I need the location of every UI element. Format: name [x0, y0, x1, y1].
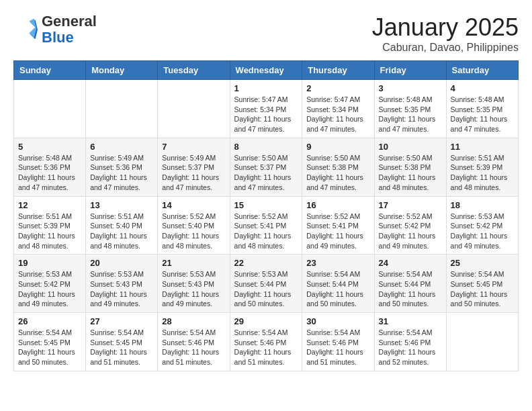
month-title: January 2025: [372, 13, 519, 42]
day-number: 26: [18, 316, 81, 326]
logo-general: General: [42, 13, 97, 30]
calendar-cell: 3Sunrise: 5:48 AM Sunset: 5:35 PM Daylig…: [374, 80, 446, 138]
day-number: 11: [451, 142, 514, 152]
day-number: 17: [379, 200, 442, 210]
day-number: 1: [234, 83, 298, 93]
calendar-cell: 27Sunrise: 5:54 AM Sunset: 5:45 PM Dayli…: [86, 313, 158, 371]
calendar-cell: 14Sunrise: 5:52 AM Sunset: 5:40 PM Dayli…: [158, 196, 230, 255]
logo-blue: Blue: [42, 29, 74, 46]
day-info: Sunrise: 5:52 AM Sunset: 5:41 PM Dayligh…: [234, 212, 298, 251]
calendar-week-1: 1Sunrise: 5:47 AM Sunset: 5:34 PM Daylig…: [14, 80, 519, 138]
calendar-cell: 12Sunrise: 5:51 AM Sunset: 5:39 PM Dayli…: [14, 196, 86, 255]
day-info: Sunrise: 5:48 AM Sunset: 5:36 PM Dayligh…: [18, 153, 81, 193]
day-number: 18: [451, 200, 514, 210]
calendar-cell: 26Sunrise: 5:54 AM Sunset: 5:45 PM Dayli…: [14, 313, 86, 371]
day-number: 16: [306, 200, 369, 210]
day-info: Sunrise: 5:53 AM Sunset: 5:43 PM Dayligh…: [162, 269, 225, 309]
calendar-cell: 21Sunrise: 5:53 AM Sunset: 5:43 PM Dayli…: [158, 255, 230, 313]
day-number: 15: [234, 200, 298, 210]
day-info: Sunrise: 5:54 AM Sunset: 5:45 PM Dayligh…: [18, 328, 81, 367]
calendar-cell: 28Sunrise: 5:54 AM Sunset: 5:46 PM Dayli…: [158, 313, 230, 371]
logo: General Blue: [13, 13, 97, 46]
day-info: Sunrise: 5:54 AM Sunset: 5:46 PM Dayligh…: [234, 328, 298, 367]
calendar-cell: 24Sunrise: 5:54 AM Sunset: 5:44 PM Dayli…: [374, 255, 446, 313]
calendar-cell: 23Sunrise: 5:54 AM Sunset: 5:44 PM Dayli…: [302, 255, 374, 313]
day-info: Sunrise: 5:52 AM Sunset: 5:40 PM Dayligh…: [162, 212, 225, 251]
day-number: 25: [451, 258, 514, 268]
calendar-cell: 25Sunrise: 5:54 AM Sunset: 5:45 PM Dayli…: [446, 255, 518, 313]
weekday-header-saturday: Saturday: [446, 61, 518, 80]
day-number: 28: [162, 316, 225, 326]
weekday-header-sunday: Sunday: [14, 61, 86, 80]
calendar-cell: 10Sunrise: 5:50 AM Sunset: 5:38 PM Dayli…: [374, 138, 446, 196]
day-info: Sunrise: 5:54 AM Sunset: 5:45 PM Dayligh…: [451, 269, 514, 309]
calendar-cell: 6Sunrise: 5:49 AM Sunset: 5:36 PM Daylig…: [86, 138, 158, 196]
day-number: 20: [90, 258, 153, 268]
day-number: 24: [379, 258, 442, 268]
calendar-cell: [14, 80, 86, 138]
logo-text: General Blue: [42, 13, 97, 46]
day-info: Sunrise: 5:53 AM Sunset: 5:42 PM Dayligh…: [451, 212, 514, 251]
calendar-cell: [158, 80, 230, 138]
day-info: Sunrise: 5:49 AM Sunset: 5:37 PM Dayligh…: [162, 153, 225, 193]
day-number: 4: [451, 83, 514, 93]
day-number: 14: [162, 200, 225, 210]
day-number: 31: [379, 316, 442, 326]
day-number: 9: [306, 142, 369, 152]
title-block: January 2025 Caburan, Davao, Philippines: [372, 13, 519, 54]
calendar-cell: 29Sunrise: 5:54 AM Sunset: 5:46 PM Dayli…: [230, 313, 302, 371]
day-info: Sunrise: 5:47 AM Sunset: 5:34 PM Dayligh…: [306, 95, 369, 134]
weekday-header-row: SundayMondayTuesdayWednesdayThursdayFrid…: [14, 61, 519, 80]
calendar-table: SundayMondayTuesdayWednesdayThursdayFrid…: [13, 60, 519, 371]
day-info: Sunrise: 5:53 AM Sunset: 5:44 PM Dayligh…: [234, 269, 298, 309]
calendar-cell: 19Sunrise: 5:53 AM Sunset: 5:42 PM Dayli…: [14, 255, 86, 313]
day-info: Sunrise: 5:52 AM Sunset: 5:41 PM Dayligh…: [306, 212, 369, 251]
calendar-cell: 7Sunrise: 5:49 AM Sunset: 5:37 PM Daylig…: [158, 138, 230, 196]
calendar-cell: [86, 80, 158, 138]
calendar-week-2: 5Sunrise: 5:48 AM Sunset: 5:36 PM Daylig…: [14, 138, 519, 196]
day-info: Sunrise: 5:54 AM Sunset: 5:46 PM Dayligh…: [379, 328, 442, 367]
calendar-cell: 11Sunrise: 5:51 AM Sunset: 5:39 PM Dayli…: [446, 138, 518, 196]
day-info: Sunrise: 5:54 AM Sunset: 5:45 PM Dayligh…: [90, 328, 153, 367]
day-number: 10: [379, 142, 442, 152]
calendar-cell: 22Sunrise: 5:53 AM Sunset: 5:44 PM Dayli…: [230, 255, 302, 313]
day-info: Sunrise: 5:51 AM Sunset: 5:39 PM Dayligh…: [451, 153, 514, 193]
location: Caburan, Davao, Philippines: [372, 42, 519, 54]
day-number: 5: [18, 142, 81, 152]
day-info: Sunrise: 5:53 AM Sunset: 5:42 PM Dayligh…: [18, 269, 81, 309]
calendar-cell: 1Sunrise: 5:47 AM Sunset: 5:34 PM Daylig…: [230, 80, 302, 138]
calendar-cell: 30Sunrise: 5:54 AM Sunset: 5:46 PM Dayli…: [302, 313, 374, 371]
day-info: Sunrise: 5:54 AM Sunset: 5:44 PM Dayligh…: [306, 269, 369, 309]
calendar-cell: 9Sunrise: 5:50 AM Sunset: 5:38 PM Daylig…: [302, 138, 374, 196]
weekday-header-wednesday: Wednesday: [230, 61, 302, 80]
day-number: 6: [90, 142, 153, 152]
day-info: Sunrise: 5:54 AM Sunset: 5:44 PM Dayligh…: [379, 269, 442, 309]
day-number: 27: [90, 316, 153, 326]
day-number: 22: [234, 258, 298, 268]
day-info: Sunrise: 5:51 AM Sunset: 5:40 PM Dayligh…: [90, 212, 153, 251]
page-header: General Blue January 2025 Caburan, Davao…: [13, 13, 519, 54]
day-info: Sunrise: 5:54 AM Sunset: 5:46 PM Dayligh…: [306, 328, 369, 367]
day-number: 29: [234, 316, 298, 326]
calendar-cell: 20Sunrise: 5:53 AM Sunset: 5:43 PM Dayli…: [86, 255, 158, 313]
calendar-cell: 15Sunrise: 5:52 AM Sunset: 5:41 PM Dayli…: [230, 196, 302, 255]
day-number: 3: [379, 83, 442, 93]
day-number: 23: [306, 258, 369, 268]
calendar-cell: 17Sunrise: 5:52 AM Sunset: 5:42 PM Dayli…: [374, 196, 446, 255]
weekday-header-tuesday: Tuesday: [158, 61, 230, 80]
day-number: 30: [306, 316, 369, 326]
day-info: Sunrise: 5:50 AM Sunset: 5:37 PM Dayligh…: [234, 153, 298, 193]
day-info: Sunrise: 5:51 AM Sunset: 5:39 PM Dayligh…: [18, 212, 81, 251]
day-number: 21: [162, 258, 225, 268]
day-info: Sunrise: 5:48 AM Sunset: 5:35 PM Dayligh…: [379, 95, 442, 134]
calendar-cell: 31Sunrise: 5:54 AM Sunset: 5:46 PM Dayli…: [374, 313, 446, 371]
calendar-cell: 13Sunrise: 5:51 AM Sunset: 5:40 PM Dayli…: [86, 196, 158, 255]
logo-icon: [13, 17, 38, 42]
day-info: Sunrise: 5:54 AM Sunset: 5:46 PM Dayligh…: [162, 328, 225, 367]
calendar-cell: 8Sunrise: 5:50 AM Sunset: 5:37 PM Daylig…: [230, 138, 302, 196]
calendar-cell: 5Sunrise: 5:48 AM Sunset: 5:36 PM Daylig…: [14, 138, 86, 196]
calendar-week-3: 12Sunrise: 5:51 AM Sunset: 5:39 PM Dayli…: [14, 196, 519, 255]
calendar-cell: 2Sunrise: 5:47 AM Sunset: 5:34 PM Daylig…: [302, 80, 374, 138]
day-info: Sunrise: 5:48 AM Sunset: 5:35 PM Dayligh…: [451, 95, 514, 134]
day-info: Sunrise: 5:50 AM Sunset: 5:38 PM Dayligh…: [306, 153, 369, 193]
